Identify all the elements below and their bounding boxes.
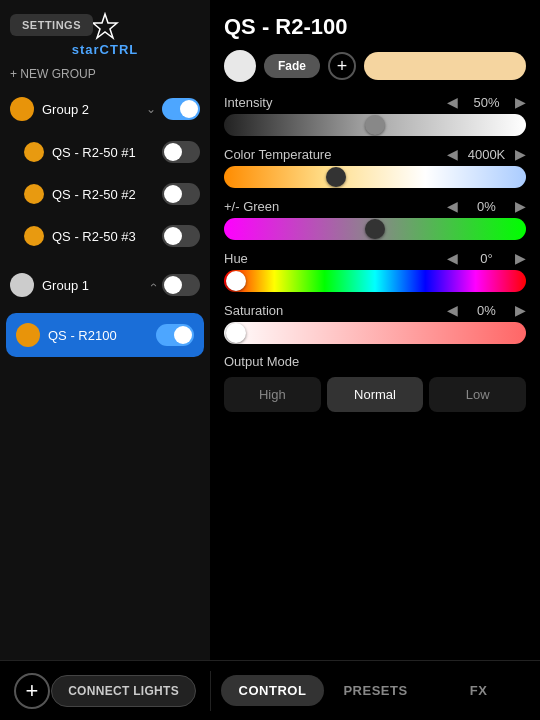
group-item-qs-r2100[interactable]: QS - R2100	[6, 313, 204, 357]
hue-slider[interactable]	[224, 270, 526, 292]
group1-chevron-icon: ‹	[147, 283, 161, 287]
green-label: +/- Green	[224, 199, 279, 214]
green-slider[interactable]	[224, 218, 526, 240]
green-value: 0%	[464, 199, 509, 214]
logo-suffix: CTRL	[100, 42, 139, 57]
hue-label: Hue	[224, 251, 248, 266]
group2-toggle[interactable]	[162, 98, 200, 120]
qs-r250-3-dot	[24, 226, 44, 246]
group1-color-dot	[10, 273, 34, 297]
add-color-button[interactable]: +	[328, 52, 356, 80]
group-list: Group 2 ⌄ QS - R2-50 #1 QS - R2-50 #2 QS…	[0, 87, 210, 660]
saturation-slider[interactable]	[224, 322, 526, 344]
hue-increase[interactable]: ▶	[515, 250, 526, 266]
qs-r2100-dot	[16, 323, 40, 347]
qs-r250-2-dot	[24, 184, 44, 204]
green-thumb[interactable]	[365, 219, 385, 239]
qs-r250-3-toggle[interactable]	[162, 225, 200, 247]
hue-decrease[interactable]: ◀	[447, 250, 458, 266]
color-temp-decrease[interactable]: ◀	[447, 146, 458, 162]
add-device-button[interactable]: +	[14, 673, 50, 709]
star-logo-icon	[90, 12, 120, 42]
svg-marker-0	[93, 14, 117, 38]
tab-fx[interactable]: FX	[427, 675, 530, 706]
qs-r250-2-toggle[interactable]	[162, 183, 200, 205]
qs-r250-2-name: QS - R2-50 #2	[52, 187, 162, 202]
saturation-label: Saturation	[224, 303, 283, 318]
tab-presets[interactable]: PRESETS	[324, 675, 427, 706]
output-normal-button[interactable]: Normal	[327, 377, 424, 412]
list-item-qs-r250-1[interactable]: QS - R2-50 #1	[0, 131, 210, 173]
left-panel: SETTINGS starCTRL + NEW GROUP Group 2 ⌄ …	[0, 0, 210, 660]
saturation-thumb[interactable]	[226, 323, 246, 343]
color-temp-increase[interactable]: ▶	[515, 146, 526, 162]
settings-button[interactable]: SETTINGS	[10, 14, 93, 36]
output-low-button[interactable]: Low	[429, 377, 526, 412]
output-high-button[interactable]: High	[224, 377, 321, 412]
color-temp-slider[interactable]	[224, 166, 526, 188]
bottom-tabs: CONTROL PRESETS FX	[211, 675, 540, 706]
qs-r250-3-name: QS - R2-50 #3	[52, 229, 162, 244]
intensity-slider[interactable]	[224, 114, 526, 136]
group-item-group2[interactable]: Group 2 ⌄	[0, 87, 210, 131]
group2-color-dot	[10, 97, 34, 121]
intensity-label: Intensity	[224, 95, 272, 110]
connect-lights-button[interactable]: CONNECT LIGHTS	[51, 675, 196, 707]
list-item-qs-r250-3[interactable]: QS - R2-50 #3	[0, 215, 210, 257]
new-group-button[interactable]: + NEW GROUP	[0, 61, 210, 87]
color-temp-section: Color Temperature ◀ 4000K ▶	[224, 146, 526, 188]
hue-section: Hue ◀ 0° ▶	[224, 250, 526, 292]
color-temp-value: 4000K	[464, 147, 509, 162]
hue-thumb[interactable]	[226, 271, 246, 291]
group2-chevron-icon: ⌄	[146, 102, 156, 116]
intensity-increase[interactable]: ▶	[515, 94, 526, 110]
intensity-thumb[interactable]	[365, 115, 385, 135]
fade-button[interactable]: Fade	[264, 54, 320, 78]
group1-name: Group 1	[42, 278, 152, 293]
group2-name: Group 2	[42, 102, 146, 117]
green-increase[interactable]: ▶	[515, 198, 526, 214]
saturation-value: 0%	[464, 303, 509, 318]
intensity-section: Intensity ◀ 50% ▶	[224, 94, 526, 136]
hue-value: 0°	[464, 251, 509, 266]
logo-text: starCTRL	[72, 42, 139, 57]
qs-r250-1-toggle[interactable]	[162, 141, 200, 163]
tab-control[interactable]: CONTROL	[221, 675, 324, 706]
qs-r2100-toggle[interactable]	[156, 324, 194, 346]
color-circle[interactable]	[224, 50, 256, 82]
color-temp-label: Color Temperature	[224, 147, 331, 162]
green-decrease[interactable]: ◀	[447, 198, 458, 214]
device-title: QS - R2-100	[224, 14, 526, 40]
green-section: +/- Green ◀ 0% ▶	[224, 198, 526, 240]
output-mode-buttons: High Normal Low	[224, 377, 526, 412]
qs-r250-1-dot	[24, 142, 44, 162]
group1-toggle[interactable]	[162, 274, 200, 296]
saturation-decrease[interactable]: ◀	[447, 302, 458, 318]
saturation-increase[interactable]: ▶	[515, 302, 526, 318]
output-mode-label: Output Mode	[224, 354, 526, 369]
qs-r2100-name: QS - R2100	[48, 328, 156, 343]
color-temp-thumb[interactable]	[326, 167, 346, 187]
group-item-group1[interactable]: Group 1 ‹	[0, 263, 210, 307]
intensity-value: 50%	[464, 95, 509, 110]
color-row: Fade +	[224, 50, 526, 82]
right-panel: QS - R2-100 Fade + Intensity ◀ 50% ▶ Col…	[210, 0, 540, 660]
list-item-qs-r250-2[interactable]: QS - R2-50 #2	[0, 173, 210, 215]
qs-r250-1-name: QS - R2-50 #1	[52, 145, 162, 160]
intensity-decrease[interactable]: ◀	[447, 94, 458, 110]
logo-prefix: star	[72, 42, 100, 57]
bottom-bar: + CONNECT LIGHTS CONTROL PRESETS FX	[0, 660, 540, 720]
output-mode-section: Output Mode High Normal Low	[224, 354, 526, 412]
saturation-section: Saturation ◀ 0% ▶	[224, 302, 526, 344]
color-preview	[364, 52, 526, 80]
bottom-left: + CONNECT LIGHTS	[0, 673, 210, 709]
